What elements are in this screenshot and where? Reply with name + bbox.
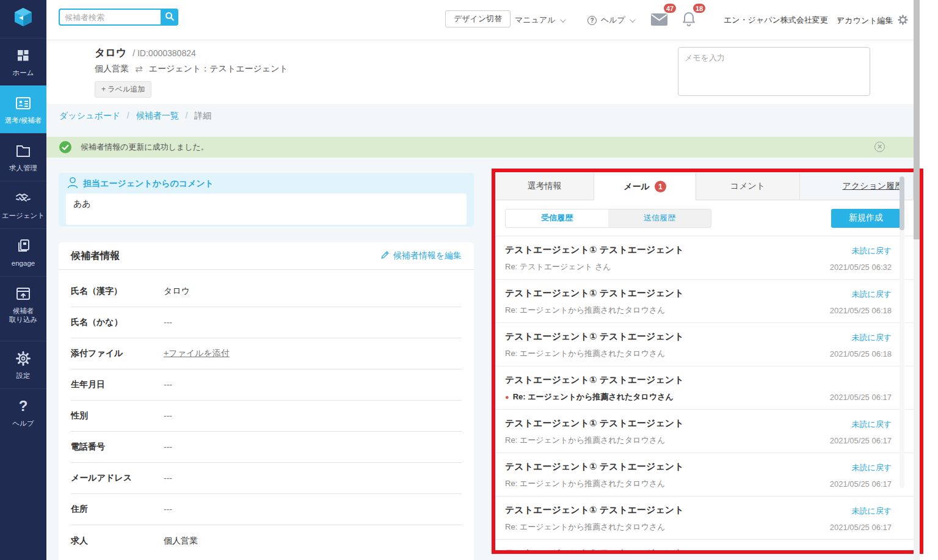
sidebar-item-label: 選考/候補者 [5, 116, 42, 125]
company-menu[interactable]: エン・ジャパン株式会社変更 ▼ [724, 15, 842, 26]
gear-icon [898, 15, 908, 27]
sidebar-item-label: 設定 [16, 371, 31, 380]
sidebar-item-label: engage [12, 259, 35, 267]
tab-action-history[interactable]: アクション履歴 [800, 173, 914, 200]
add-label-button[interactable]: + ラベル追加 [95, 81, 151, 98]
sidebar-item-jobs[interactable]: 求人管理 [0, 133, 46, 181]
mark-unread-link[interactable]: 未読に戻す [851, 332, 892, 343]
mail-icon[interactable] [651, 13, 667, 28]
mark-unread-link[interactable]: 未読に戻す [851, 549, 892, 553]
candidate-field-row: 住所--- [71, 494, 462, 525]
search-icon [165, 12, 175, 23]
candidate-field-row: 電話番号--- [71, 432, 462, 463]
email-sender: テストエージェント① テストエージェント [505, 504, 892, 516]
email-timestamp: 2021/05/25 06:18 [830, 349, 892, 358]
email-row[interactable]: テストエージェント① テストエージェント●Re: エージェントから推薦されたタロ… [495, 366, 914, 410]
mark-unread-link[interactable]: 未読に戻す [851, 419, 892, 430]
agent-comment-body: ああ [66, 194, 467, 225]
sidebar-item-label: ホーム [12, 68, 34, 77]
email-row[interactable]: テストエージェント① テストエージェント未読に戻すRe: エージェントから推薦さ… [495, 496, 914, 540]
email-sender: テストエージェント① テストエージェント [505, 244, 892, 256]
app-window: ホーム 選考/候補者 求人管理 [0, 0, 938, 560]
success-banner: 候補者情報の更新に成功しました。 ✕ [46, 137, 914, 158]
mark-unread-link[interactable]: 未読に戻す [851, 462, 892, 473]
field-value: 個人営業 [164, 536, 198, 547]
sidebar-item-engage[interactable]: engage [0, 228, 46, 276]
sidebar-item-home[interactable]: ホーム [0, 38, 46, 85]
candidate-field-row: 性別--- [71, 401, 462, 432]
email-row[interactable]: テストエージェント① テストエージェント未読に戻すRe: テストエージェント さ… [495, 236, 914, 280]
mail-tab-badge: 1 [655, 181, 666, 192]
email-sender: テストエージェント① テストエージェント [505, 331, 892, 343]
page-scrollbar-thumb[interactable] [914, 0, 920, 239]
field-value: --- [164, 504, 172, 514]
page-scrollbar[interactable] [914, 0, 920, 560]
tab-comment[interactable]: コメント [696, 173, 800, 200]
agent-comment-title: 担当エージェントからのコメント [83, 178, 214, 189]
breadcrumb-separator: / [186, 111, 188, 120]
design-toggle-button[interactable]: デザイン切替 [445, 10, 511, 27]
panel-tabs: 選考情報 メール 1 コメント アクション履歴 [495, 173, 914, 200]
email-row[interactable]: テストエージェント① テストエージェント未読に戻すRe: エージェントから推薦さ… [495, 323, 914, 366]
email-sender: テストエージェント① テストエージェント [505, 461, 892, 473]
sidebar-item-candidate-import[interactable]: 候補者 取り込み [0, 276, 46, 332]
memo-input[interactable] [678, 47, 870, 96]
field-label: 添付ファイル [71, 348, 164, 359]
help-label: ヘルプ [601, 15, 625, 26]
manual-menu[interactable]: マニュアル [515, 15, 564, 26]
candidate-job: 個人営業 [95, 64, 129, 75]
tab-selection-info[interactable]: 選考情報 [495, 173, 594, 200]
email-row[interactable]: テストエージェント① テストエージェント未読に戻すRe: エージェントから推薦さ… [495, 410, 914, 453]
check-circle-icon [59, 141, 71, 153]
sidebar-item-agent[interactable]: エージェント [0, 181, 46, 228]
unread-dot-icon: ● [505, 393, 509, 401]
sidebar-item-label: ヘルプ [12, 419, 34, 427]
email-sender: テストエージェント① テストエージェント [505, 374, 892, 386]
bell-icon[interactable] [682, 10, 696, 29]
email-row[interactable]: テストエージェント① テストエージェント未読に戻す [495, 540, 914, 553]
field-value: タロウ [164, 286, 190, 297]
search-input[interactable] [59, 9, 161, 26]
sidebar: ホーム 選考/候補者 求人管理 [0, 0, 46, 560]
sidebar-item-settings[interactable]: 設定 [0, 341, 46, 388]
email-row[interactable]: テストエージェント① テストエージェント未読に戻すRe: エージェントから推薦さ… [495, 280, 914, 323]
email-row[interactable]: テストエージェント① テストエージェント未読に戻すRe: エージェントから推薦さ… [495, 453, 914, 496]
mark-unread-link[interactable]: 未読に戻す [851, 245, 892, 256]
candidate-card-icon [15, 95, 32, 112]
candidate-fields: 氏名（漢字）タロウ氏名（かな）---添付ファイル+ファイルを添付生年月日---性… [59, 270, 474, 556]
edit-candidate-info-link[interactable]: 候補者情報を編集 [380, 250, 462, 261]
success-message: 候補者情報の更新に成功しました。 [81, 142, 209, 153]
received-history-toggle[interactable]: 受信履歴 [506, 209, 608, 227]
attach-file-link[interactable]: +ファイルを添付 [164, 348, 230, 359]
sidebar-item-candidates[interactable]: 選考/候補者 [0, 85, 46, 133]
email-sender: テストエージェント① テストエージェント [505, 418, 892, 429]
email-list-scrollbar[interactable] [900, 175, 904, 488]
candidate-field-row: 氏名（漢字）タロウ [71, 276, 462, 307]
field-value: --- [164, 473, 172, 483]
app-logo[interactable] [0, 0, 46, 38]
breadcrumb-dashboard[interactable]: ダッシュボード [59, 111, 120, 120]
main-content: ダッシュボード / 候補者一覧 / 詳細 候補者情報の更新に成功しました。 ✕ … [46, 104, 914, 560]
tab-mail[interactable]: メール 1 [594, 173, 696, 200]
bell-badge: 18 [692, 2, 707, 14]
candidate-field-row: 氏名（かな）--- [71, 307, 462, 338]
sidebar-item-help[interactable]: ? ヘルプ [0, 388, 46, 436]
folder-icon [15, 142, 32, 159]
mark-unread-link[interactable]: 未読に戻す [851, 289, 892, 300]
search-button[interactable] [161, 9, 178, 26]
field-label: 求人 [71, 536, 164, 547]
banner-close-icon[interactable]: ✕ [874, 142, 885, 152]
breadcrumb-candidate-list[interactable]: 候補者一覧 [136, 111, 179, 120]
email-list-scrollbar-thumb[interactable] [900, 176, 904, 230]
help-menu[interactable]: ? ヘルプ [587, 15, 634, 26]
gear-icon [15, 350, 32, 367]
agent-comment-panel: 担当エージェントからのコメント ああ [59, 173, 474, 227]
sent-history-toggle[interactable]: 送信履歴 [608, 209, 711, 227]
chevron-down-icon [630, 16, 636, 23]
account-edit[interactable]: アカウント編集 [837, 15, 908, 27]
company-name: エン・ジャパン株式会社変更 [724, 15, 828, 26]
new-mail-button[interactable]: 新規作成 [831, 209, 901, 228]
manual-label: マニュアル [515, 15, 556, 26]
field-label: 生年月日 [71, 379, 164, 390]
mark-unread-link[interactable]: 未読に戻す [851, 506, 892, 517]
